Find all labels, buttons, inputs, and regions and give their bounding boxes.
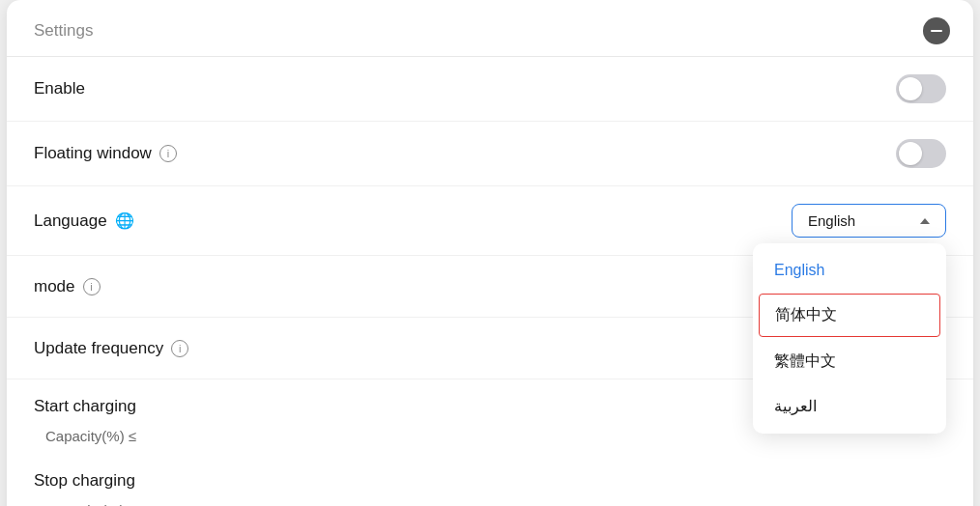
close-button[interactable] <box>923 17 950 44</box>
mode-info-icon[interactable]: i <box>83 278 101 295</box>
language-label: Language 🌐 <box>34 211 134 231</box>
stop-charging-sub-row: Capacity(%) ≥ <box>7 496 973 506</box>
language-option-english[interactable]: English <box>753 249 946 292</box>
stop-charging-title: Stop charging <box>7 454 973 496</box>
update-frequency-info-icon[interactable]: i <box>171 340 188 357</box>
floating-window-row: Floating window i <box>7 122 973 186</box>
language-current-value: English <box>808 212 855 229</box>
floating-window-info-icon[interactable]: i <box>159 145 177 162</box>
enable-label: Enable <box>34 79 85 98</box>
language-dropdown-button[interactable]: English <box>792 204 946 238</box>
enable-row: Enable <box>7 57 973 122</box>
settings-title: Settings <box>34 21 93 41</box>
language-row: Language 🌐 English English 简体中文 繁體中文 <box>7 186 973 256</box>
chevron-up-icon <box>920 218 930 224</box>
language-icon: 🌐 <box>115 211 134 230</box>
floating-window-label: Floating window i <box>34 144 177 163</box>
stop-charging-section: Stop charging Capacity(%) ≥ 值 什么值得买 30 <box>7 454 973 506</box>
settings-panel: Settings Enable Floating window i Langua… <box>7 0 973 506</box>
language-select-container: English English 简体中文 繁體中文 العربية <box>792 204 946 238</box>
settings-header: Settings <box>7 0 973 56</box>
floating-window-toggle[interactable] <box>896 139 946 168</box>
stop-charging-capacity-label: Capacity(%) ≥ <box>45 502 136 506</box>
language-option-traditional-chinese[interactable]: 繁體中文 <box>753 339 946 384</box>
language-option-arabic[interactable]: العربية <box>753 384 946 428</box>
language-option-simplified-chinese[interactable]: 简体中文 <box>759 294 940 337</box>
mode-label: mode i <box>34 277 101 296</box>
language-dropdown-menu: English 简体中文 繁體中文 العربية <box>753 243 946 434</box>
enable-toggle[interactable] <box>896 74 946 103</box>
start-charging-capacity-label: Capacity(%) ≤ <box>45 428 136 444</box>
update-frequency-label: Update frequency i <box>34 339 188 358</box>
